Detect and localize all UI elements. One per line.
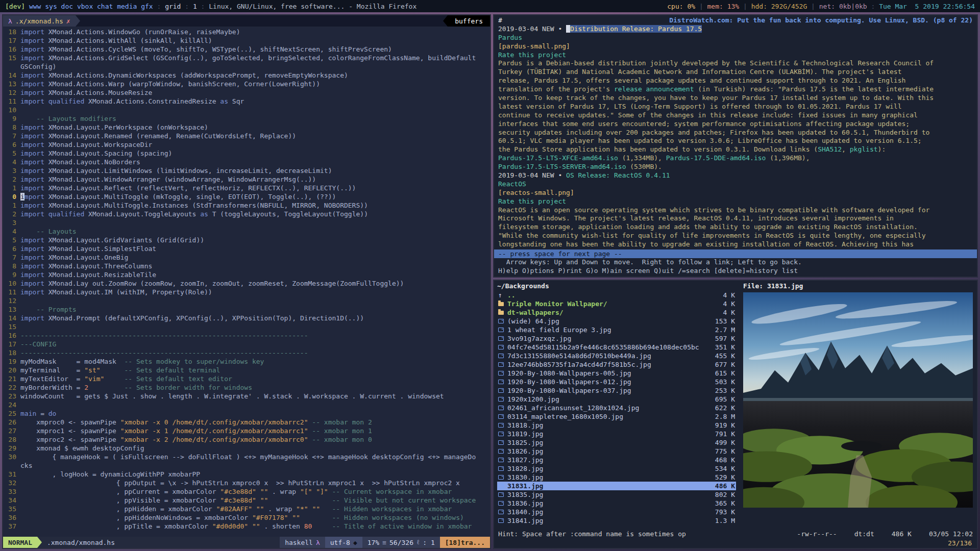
file-row[interactable]: 3vo91g7azxqz.jpg597 K xyxy=(497,334,736,343)
vim-line: 3import XMonad.Layout.LimitWindows (limi… xyxy=(3,166,490,175)
file-row[interactable]: 31841.jpg1.3 M xyxy=(497,516,736,525)
lambda-icon: λ xyxy=(316,539,320,546)
vim-cursor: i xyxy=(20,193,24,201)
vim-line: 5import XMonad.Layout.Spacing (spacing) xyxy=(3,149,490,158)
vifm-window: ~/Backgrounds ↑..4 KTriple Monitor Wallp… xyxy=(493,280,978,549)
lynx-line: [pardus-small.png] xyxy=(498,42,973,51)
image-icon xyxy=(498,432,504,436)
lynx-link[interactable]: OS Release: ReactOS 0.4.11 xyxy=(566,171,670,179)
file-row[interactable]: 31819.jpg791 K xyxy=(497,430,736,438)
file-row[interactable]: 04fc7e45d58115b2a9fe446c8c6535886b694e10… xyxy=(497,343,736,352)
workspace-vbox[interactable]: vbox xyxy=(77,3,93,10)
file-row[interactable]: 03114_mapletree_1680x1050.jpg2.8 M xyxy=(497,412,736,421)
lynx-link[interactable]: pkglist xyxy=(850,145,878,153)
workspace-gfx[interactable]: gfx xyxy=(141,3,153,10)
layout-indicator[interactable]: grid xyxy=(165,3,181,10)
vim-statusline: NORMAL .xmonad/xmonad.hs haskellλ utf-8◆… xyxy=(3,537,490,548)
image-icon xyxy=(498,406,504,410)
line-position: 56/326 xyxy=(389,539,413,546)
lynx-line: Pardus is a Debian-based distribution jo… xyxy=(498,59,973,68)
vim-line: cks xyxy=(3,461,490,470)
vim-line: 13import XMonad.Actions.Warp (warpToWind… xyxy=(3,80,490,88)
file-row[interactable]: 31828.jpg534 K xyxy=(497,464,736,473)
vim-tab[interactable]: λ .x/xmonad.hs ✗ xyxy=(3,15,76,27)
image-icon xyxy=(498,458,504,462)
topbar-stats: cpu: 0% | mem: 13% | hdd: 292G/452G | ne… xyxy=(667,3,975,10)
xmobar-left: [dev] www sys doc vbox chat media gfx : … xyxy=(5,3,416,10)
file-row[interactable]: dt-wallpapers/4 K xyxy=(497,308,736,317)
vim-line: 11import qualified XMonad.Actions.Constr… xyxy=(3,97,490,106)
workspace-chat[interactable]: chat xyxy=(97,3,113,10)
file-row[interactable]: 31836.jpg365 K xyxy=(497,499,736,508)
workspace-doc[interactable]: doc xyxy=(61,3,73,10)
file-row[interactable]: ↑..4 K xyxy=(497,291,736,299)
haskell-icon: λ xyxy=(8,17,12,25)
workspace-sys[interactable]: sys xyxy=(45,3,57,10)
encoding-label: utf-8 xyxy=(330,539,350,546)
file-row[interactable]: 1 wheat field Europe 3.jpg2.7 M xyxy=(497,325,736,334)
stat-cpu: cpu: 0% xyxy=(667,3,695,10)
file-row[interactable]: 12ee746bb85735f1a7a4cd4d7f581b5c.jpg677 … xyxy=(497,360,736,369)
column-position: : 1 xyxy=(423,539,434,546)
lynx-link[interactable]: Pardus-17.5-LTS-XFCE-amd64.iso xyxy=(498,154,618,162)
lynx-link[interactable]: SHA512 xyxy=(818,145,842,153)
file-row[interactable]: 7d3c13155880e514a8d6d70510be449a.jpg455 … xyxy=(497,352,736,360)
file-row[interactable]: 31840.jpg793 K xyxy=(497,508,736,516)
vim-buffer[interactable]: 18import XMonad.Actions.WindowGo (runOrR… xyxy=(3,27,490,531)
lynx-link[interactable]: ReactOS xyxy=(498,180,526,188)
file-row[interactable]: 31818.jpg919 K xyxy=(497,421,736,430)
lynx-link[interactable]: Rate this project xyxy=(498,51,566,59)
vim-tabline: λ .x/xmonad.hs ✗ buffers xyxy=(3,15,490,27)
file-row[interactable]: 31827.jpg468 K xyxy=(497,456,736,464)
file-row[interactable]: 31830.jpg529 K xyxy=(497,473,736,482)
file-row[interactable]: 31826.jpg775 K xyxy=(497,447,736,456)
workspace-media[interactable]: media xyxy=(117,3,137,10)
lynx-link[interactable]: Distribution Release: Pardus 17.5 xyxy=(570,25,702,33)
lynx-link[interactable]: Pardus-17.5-LTS-SERVER-amd64.iso xyxy=(498,163,626,170)
line-icon: ℓ xyxy=(416,538,420,546)
lynx-link[interactable]: Rate this project xyxy=(498,197,566,205)
vim-line: 13 -- Prompts xyxy=(3,305,490,314)
file-row[interactable]: 1920x1200.jpg695 K xyxy=(497,395,736,404)
file-row[interactable]: 02461_africansunset_1280x1024.jpg622 K xyxy=(497,404,736,412)
lynx-line: ReactOS xyxy=(498,180,973,189)
lynx-line: ReactOS is an open source operating syst… xyxy=(498,206,973,215)
file-row[interactable]: 1920-By-1080-Wallpapers-012.jpg503 K xyxy=(497,378,736,386)
folder-icon xyxy=(498,302,504,306)
lynx-link[interactable]: Pardus-17.5-DDE-amd64.iso xyxy=(666,154,766,162)
vim-line: 24 xyxy=(3,400,490,409)
file-row[interactable]: 1920-By-1080-Wallpapers-005.jpg615 K xyxy=(497,369,736,378)
image-icon xyxy=(498,362,504,367)
image-icon xyxy=(498,492,504,497)
file-row[interactable]: 31831.jpg486 K xyxy=(497,482,736,490)
file-row[interactable]: 31825.jpg499 K xyxy=(497,438,736,447)
lynx-window: # DistroWatch.com: Put the fun back into… xyxy=(493,14,978,278)
image-icon xyxy=(498,414,504,419)
vim-line: 20myTerminal = "st" -- Sets default term… xyxy=(3,366,490,374)
close-icon[interactable]: ✗ xyxy=(66,17,70,25)
image-icon xyxy=(498,510,504,514)
file-row[interactable]: 31835.jpg802 K xyxy=(497,490,736,499)
file-row[interactable]: Triple Monitor Wallpaper/4 K xyxy=(497,299,736,308)
vim-line: 17import XMonad.Actions.WithAll (sinkAll… xyxy=(3,36,490,45)
file-row[interactable]: (wide) 64.jpg153 K xyxy=(497,317,736,325)
vifm-statusbar: Hint: Space after :command name is somet… xyxy=(494,530,977,539)
workspace-current[interactable]: [dev] xyxy=(5,3,25,10)
vim-line: 10 xyxy=(3,106,490,114)
stat-mem: mem: 13% xyxy=(707,3,740,10)
vim-line: 3 xyxy=(3,218,490,227)
lynx-titlebar: # DistroWatch.com: Put the fun back into… xyxy=(498,16,973,25)
workspace-www[interactable]: www xyxy=(29,3,41,10)
powerline-separator-icon xyxy=(37,537,42,548)
lynx-content: 2019-03-04 NEW • Distribution Release: P… xyxy=(498,25,973,249)
file-row[interactable]: 1920-By-1080-Wallpapers-037.jpg253 K xyxy=(497,386,736,395)
vim-line: 6import XMonad.Layout.SimplestFloat xyxy=(3,244,490,253)
image-icon xyxy=(498,354,504,358)
folder-icon xyxy=(498,311,504,315)
lynx-body: # DistroWatch.com: Put the fun back into… xyxy=(494,15,977,277)
image-icon xyxy=(498,345,504,349)
vim-line: 8import XMonad.Layout.ThreeColumns xyxy=(3,262,490,270)
lynx-link[interactable]: release announcement xyxy=(614,85,694,93)
image-icon xyxy=(498,484,504,488)
lynx-link[interactable]: Pardus xyxy=(498,34,522,41)
